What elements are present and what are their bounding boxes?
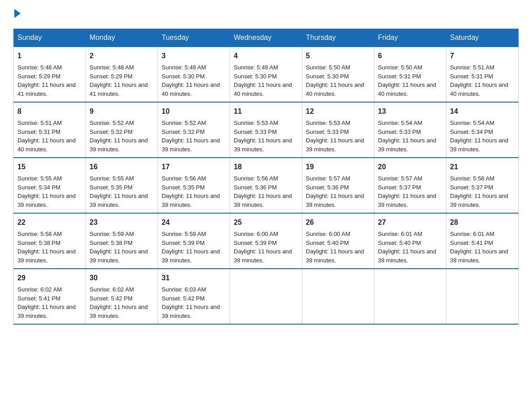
sunrise-label: Sunrise: 6:02 AM: [17, 286, 62, 293]
daylight-label: Daylight: 11 hours and 39 minutes.: [162, 304, 220, 319]
sunset-label: Sunset: 5:33 PM: [234, 128, 277, 135]
day-number: 9: [90, 106, 154, 117]
sunrise-label: Sunrise: 5:55 AM: [90, 175, 134, 182]
sunrise-label: Sunrise: 6:02 AM: [90, 286, 134, 293]
calendar-week-row: 8Sunrise: 5:51 AMSunset: 5:31 PMDaylight…: [14, 102, 519, 158]
table-row: 18Sunrise: 5:56 AMSunset: 5:36 PMDayligh…: [230, 158, 302, 213]
table-row: 17Sunrise: 5:56 AMSunset: 5:35 PMDayligh…: [158, 158, 230, 213]
day-number: 4: [234, 51, 298, 61]
daylight-label: Daylight: 11 hours and 39 minutes.: [306, 193, 364, 208]
day-number: 10: [162, 106, 226, 117]
sunrise-label: Sunrise: 5:48 AM: [17, 64, 62, 71]
daylight-label: Daylight: 11 hours and 39 minutes.: [306, 137, 364, 153]
day-number: 25: [234, 217, 298, 228]
daylight-label: Daylight: 11 hours and 41 minutes.: [17, 81, 76, 97]
page-header: [13, 9, 519, 20]
sunrise-label: Sunrise: 5:56 AM: [162, 175, 206, 182]
table-row: 29Sunrise: 6:02 AMSunset: 5:41 PMDayligh…: [14, 269, 86, 324]
day-number: 5: [306, 51, 370, 61]
daylight-label: Daylight: 11 hours and 39 minutes.: [234, 137, 292, 153]
sunset-label: Sunset: 5:38 PM: [90, 240, 133, 246]
sunset-label: Sunset: 5:30 PM: [234, 73, 277, 80]
calendar-week-row: 1Sunrise: 5:48 AMSunset: 5:29 PMDaylight…: [14, 47, 519, 102]
sunset-label: Sunset: 5:40 PM: [378, 240, 421, 246]
sunset-label: Sunset: 5:29 PM: [90, 73, 133, 80]
table-row: 9Sunrise: 5:52 AMSunset: 5:32 PMDaylight…: [86, 102, 158, 158]
day-number: 26: [306, 217, 370, 228]
sunset-label: Sunset: 5:38 PM: [17, 240, 60, 246]
sunset-label: Sunset: 5:30 PM: [306, 73, 349, 80]
day-number: 20: [378, 162, 442, 172]
day-number: 27: [378, 217, 442, 228]
day-number: 3: [162, 51, 226, 61]
table-row: 25Sunrise: 6:00 AMSunset: 5:39 PMDayligh…: [230, 213, 302, 269]
sunset-label: Sunset: 5:34 PM: [450, 128, 493, 135]
calendar-header-wednesday: Wednesday: [230, 29, 302, 47]
sunset-label: Sunset: 5:37 PM: [378, 184, 421, 191]
daylight-label: Daylight: 11 hours and 40 minutes.: [450, 81, 508, 97]
sunrise-label: Sunrise: 6:00 AM: [306, 231, 350, 237]
table-row: [230, 269, 302, 324]
day-number: 24: [162, 217, 226, 228]
table-row: 4Sunrise: 5:49 AMSunset: 5:30 PMDaylight…: [230, 47, 302, 102]
table-row: 8Sunrise: 5:51 AMSunset: 5:31 PMDaylight…: [14, 102, 86, 158]
table-row: 15Sunrise: 5:55 AMSunset: 5:34 PMDayligh…: [14, 158, 86, 213]
table-row: 20Sunrise: 5:57 AMSunset: 5:37 PMDayligh…: [374, 158, 446, 213]
table-row: 12Sunrise: 5:53 AMSunset: 5:33 PMDayligh…: [302, 102, 374, 158]
sunset-label: Sunset: 5:42 PM: [90, 295, 133, 302]
day-number: 29: [17, 273, 82, 283]
sunrise-label: Sunrise: 5:56 AM: [234, 175, 278, 182]
calendar-header-friday: Friday: [374, 29, 446, 47]
daylight-label: Daylight: 11 hours and 39 minutes.: [450, 137, 508, 153]
sunset-label: Sunset: 5:33 PM: [378, 128, 421, 135]
sunset-label: Sunset: 5:35 PM: [90, 184, 133, 191]
sunrise-label: Sunrise: 5:58 AM: [450, 175, 494, 182]
day-number: 1: [17, 51, 82, 61]
table-row: 11Sunrise: 5:53 AMSunset: 5:33 PMDayligh…: [230, 102, 302, 158]
daylight-label: Daylight: 11 hours and 39 minutes.: [90, 137, 148, 153]
calendar-header-thursday: Thursday: [302, 29, 374, 47]
daylight-label: Daylight: 11 hours and 39 minutes.: [378, 193, 436, 208]
sunset-label: Sunset: 5:36 PM: [234, 184, 277, 191]
sunrise-label: Sunrise: 5:54 AM: [450, 120, 494, 126]
table-row: [446, 269, 519, 324]
daylight-label: Daylight: 11 hours and 40 minutes.: [378, 81, 436, 97]
table-row: [374, 269, 446, 324]
daylight-label: Daylight: 11 hours and 40 minutes.: [17, 137, 76, 153]
sunrise-label: Sunrise: 5:53 AM: [234, 120, 278, 126]
sunset-label: Sunset: 5:31 PM: [450, 73, 493, 80]
table-row: 26Sunrise: 6:00 AMSunset: 5:40 PMDayligh…: [302, 213, 374, 269]
sunrise-label: Sunrise: 5:51 AM: [17, 120, 62, 126]
sunrise-label: Sunrise: 5:50 AM: [378, 64, 422, 71]
daylight-label: Daylight: 11 hours and 40 minutes.: [306, 81, 364, 97]
daylight-label: Daylight: 11 hours and 39 minutes.: [450, 248, 508, 264]
table-row: 5Sunrise: 5:50 AMSunset: 5:30 PMDaylight…: [302, 47, 374, 102]
day-number: 17: [162, 162, 226, 172]
sunset-label: Sunset: 5:35 PM: [162, 184, 205, 191]
table-row: 28Sunrise: 6:01 AMSunset: 5:41 PMDayligh…: [446, 213, 519, 269]
table-row: 1Sunrise: 5:48 AMSunset: 5:29 PMDaylight…: [14, 47, 86, 102]
day-number: 8: [17, 106, 82, 117]
table-row: 10Sunrise: 5:52 AMSunset: 5:32 PMDayligh…: [158, 102, 230, 158]
sunset-label: Sunset: 5:37 PM: [450, 184, 493, 191]
day-number: 31: [162, 273, 226, 283]
day-number: 2: [90, 51, 154, 61]
sunrise-label: Sunrise: 5:49 AM: [234, 64, 278, 71]
calendar-header-monday: Monday: [86, 29, 158, 47]
table-row: 19Sunrise: 5:57 AMSunset: 5:36 PMDayligh…: [302, 158, 374, 213]
daylight-label: Daylight: 11 hours and 39 minutes.: [90, 248, 148, 264]
table-row: 30Sunrise: 6:02 AMSunset: 5:42 PMDayligh…: [86, 269, 158, 324]
table-row: 6Sunrise: 5:50 AMSunset: 5:31 PMDaylight…: [374, 47, 446, 102]
calendar-week-row: 22Sunrise: 5:58 AMSunset: 5:38 PMDayligh…: [14, 213, 519, 269]
daylight-label: Daylight: 11 hours and 39 minutes.: [90, 193, 148, 208]
sunset-label: Sunset: 5:40 PM: [306, 240, 349, 246]
sunrise-label: Sunrise: 6:01 AM: [450, 231, 494, 237]
daylight-label: Daylight: 11 hours and 39 minutes.: [17, 193, 76, 208]
calendar-header-tuesday: Tuesday: [158, 29, 230, 47]
sunset-label: Sunset: 5:34 PM: [17, 184, 60, 191]
calendar-header-row: SundayMondayTuesdayWednesdayThursdayFrid…: [14, 29, 519, 47]
sunset-label: Sunset: 5:36 PM: [306, 184, 349, 191]
sunrise-label: Sunrise: 5:57 AM: [306, 175, 350, 182]
day-number: 28: [450, 217, 515, 228]
table-row: 16Sunrise: 5:55 AMSunset: 5:35 PMDayligh…: [86, 158, 158, 213]
